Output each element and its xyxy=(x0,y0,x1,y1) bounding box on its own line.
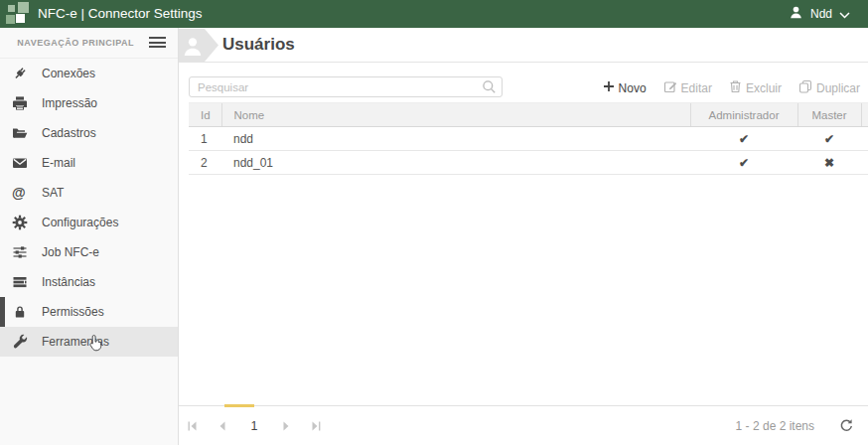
first-page-button[interactable] xyxy=(183,416,203,436)
ndd-logo-icon xyxy=(6,2,32,26)
check-icon: ✔ xyxy=(797,127,861,151)
last-page-button[interactable] xyxy=(306,416,326,436)
envelope-icon xyxy=(12,155,28,171)
pager-status: 1 - 2 de 2 itens xyxy=(736,406,814,445)
edit-icon xyxy=(663,79,677,96)
sidebar-item-permissoes[interactable]: Permissões xyxy=(0,297,178,327)
sidebar-item-impressao[interactable]: Impressão xyxy=(0,88,178,118)
cross-icon: ✖ xyxy=(797,151,861,175)
plug-icon xyxy=(12,66,28,81)
lock-icon xyxy=(12,304,28,320)
search-input[interactable] xyxy=(189,76,503,97)
table-row[interactable]: 2 ndd_01 ✔ ✖ xyxy=(189,151,868,175)
sidebar-item-label: Cadastros xyxy=(42,126,96,140)
user-menu[interactable]: Ndd xyxy=(789,0,850,28)
table-header-row: Id Nome Administrador Master xyxy=(189,103,868,127)
grid-toolbar: Novo Editar Excluir Duplicar xyxy=(603,79,860,96)
refresh-icon[interactable] xyxy=(838,418,854,434)
user-avatar-icon xyxy=(789,5,803,24)
next-page-button[interactable] xyxy=(276,416,296,436)
hamburger-menu-icon[interactable] xyxy=(149,37,166,50)
cell-nome: ndd_01 xyxy=(221,151,690,175)
users-table: Id Nome Administrador Master 1 ndd ✔ ✔ 2 xyxy=(189,102,868,175)
sidebar-item-label: Ferramentas xyxy=(42,335,109,349)
sidebar-header-label: NAVEGAÇÃO PRINCIPAL xyxy=(17,38,134,48)
table-row[interactable]: 1 ndd ✔ ✔ xyxy=(189,127,868,151)
sidebar-item-job-nfce[interactable]: Job NFC-e xyxy=(0,237,178,267)
delete-button[interactable]: Excluir xyxy=(729,79,782,96)
check-icon: ✔ xyxy=(690,151,797,175)
column-header-administrador[interactable]: Administrador xyxy=(690,103,797,127)
edit-button[interactable]: Editar xyxy=(663,79,712,96)
sidebar-item-label: E-mail xyxy=(42,156,75,170)
sidebar-item-label: SAT xyxy=(42,186,64,200)
sliders-icon xyxy=(12,244,28,260)
column-header-nome[interactable]: Nome xyxy=(221,103,690,127)
folder-icon xyxy=(12,125,28,141)
sidebar-item-instancias[interactable]: Instâncias xyxy=(0,267,178,297)
at-icon: @ xyxy=(12,185,28,201)
pager: 1 1 - 2 de 2 itens xyxy=(179,405,868,445)
page-title: Usuários xyxy=(222,28,295,62)
printer-icon xyxy=(12,95,28,111)
stack-icon xyxy=(12,274,28,290)
sidebar-item-label: Configurações xyxy=(42,216,118,229)
column-header-master[interactable]: Master xyxy=(797,103,861,127)
plus-icon xyxy=(603,80,615,95)
user-name: Ndd xyxy=(810,7,832,21)
chevron-down-icon xyxy=(839,5,850,23)
sidebar-header: NAVEGAÇÃO PRINCIPAL xyxy=(0,28,178,59)
check-icon: ✔ xyxy=(690,127,797,151)
top-bar: NFC-e | Connector Settings Ndd xyxy=(0,0,868,28)
page-number[interactable]: 1 xyxy=(242,419,266,433)
sidebar-item-cadastros[interactable]: Cadastros xyxy=(0,118,178,148)
sidebar-item-configuracoes[interactable]: Configurações xyxy=(0,208,178,237)
sidebar-item-label: Permissões xyxy=(42,305,104,319)
search-box xyxy=(189,76,503,97)
duplicate-button[interactable]: Duplicar xyxy=(798,79,860,96)
sidebar-item-conexoes[interactable]: Conexões xyxy=(0,59,178,88)
sidebar-item-label: Impressão xyxy=(42,96,97,110)
sidebar-item-label: Conexões xyxy=(42,67,95,80)
sidebar: NAVEGAÇÃO PRINCIPAL Conexões Impressão C… xyxy=(0,28,179,445)
trash-icon xyxy=(729,79,742,96)
cell-id: 1 xyxy=(189,127,221,151)
app-window: NFC-e | Connector Settings Ndd NAVEGAÇÃO… xyxy=(0,0,868,445)
sidebar-item-label: Instâncias xyxy=(42,275,95,289)
copy-icon xyxy=(798,79,812,96)
column-header-filler xyxy=(861,103,868,127)
sidebar-item-label: Job NFC-e xyxy=(42,245,99,259)
sidebar-item-email[interactable]: E-mail xyxy=(0,148,178,178)
page-header-ribbon xyxy=(179,29,218,62)
app-title: NFC-e | Connector Settings xyxy=(38,0,203,28)
new-button[interactable]: Novo xyxy=(603,80,647,95)
cell-nome: ndd xyxy=(221,127,690,151)
main-content: Usuários Novo Editar Excluir Du xyxy=(179,28,868,445)
cell-id: 2 xyxy=(189,151,221,175)
column-header-id[interactable]: Id xyxy=(189,103,221,127)
sidebar-item-ferramentas[interactable]: Ferramentas xyxy=(0,327,178,357)
search-icon[interactable] xyxy=(482,79,497,98)
wrench-icon xyxy=(12,334,28,350)
gear-icon xyxy=(12,215,28,230)
prev-page-button[interactable] xyxy=(213,416,232,436)
sidebar-item-sat[interactable]: @ SAT xyxy=(0,178,178,208)
page-header: Usuários xyxy=(179,28,868,63)
